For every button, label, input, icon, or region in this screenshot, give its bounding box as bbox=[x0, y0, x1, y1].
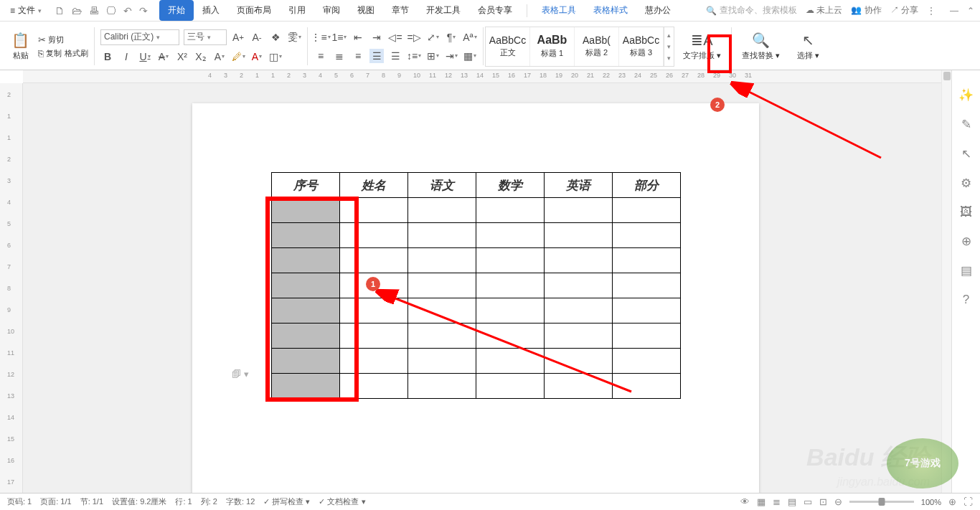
table-cell[interactable] bbox=[545, 374, 613, 399]
table-cell[interactable] bbox=[545, 248, 613, 273]
tab-pagelayout[interactable]: 页面布局 bbox=[228, 0, 280, 21]
table-cell[interactable] bbox=[408, 198, 476, 223]
table-cell[interactable] bbox=[340, 223, 408, 248]
table-cell[interactable] bbox=[545, 273, 613, 298]
settings-icon[interactable]: ⚙ bbox=[961, 176, 971, 191]
tab-section[interactable]: 章节 bbox=[383, 0, 418, 21]
clear-format-icon[interactable]: ❖ bbox=[268, 30, 283, 44]
coop-button[interactable]: 👥 协作 bbox=[851, 4, 881, 16]
help-icon[interactable]: ? bbox=[963, 293, 969, 307]
status-page[interactable]: 页面: 1/1 bbox=[40, 496, 71, 507]
table-cell[interactable] bbox=[476, 198, 545, 223]
text-effect-icon[interactable]: A bbox=[212, 49, 227, 64]
style-h2[interactable]: AaBb(标题 2 bbox=[575, 27, 619, 66]
increase-left-icon[interactable]: =▷ bbox=[407, 30, 421, 44]
underline-icon[interactable]: U bbox=[138, 49, 152, 64]
table-cell[interactable] bbox=[613, 248, 681, 273]
align-left-icon[interactable]: ≡ bbox=[314, 49, 328, 63]
status-words[interactable]: 字数: 12 bbox=[226, 496, 255, 507]
text-layout-button[interactable]: ≣A文字排版 ▾ bbox=[679, 30, 725, 62]
open-icon[interactable]: 🗁 bbox=[72, 5, 82, 16]
table-cell[interactable] bbox=[340, 273, 408, 298]
table-cell[interactable] bbox=[545, 223, 613, 248]
table-header[interactable]: 序号 bbox=[272, 173, 340, 198]
table-cell[interactable] bbox=[272, 374, 340, 399]
font-name-combo[interactable]: Calibri (正文)▾ bbox=[100, 29, 179, 45]
italic-icon[interactable]: I bbox=[119, 49, 133, 64]
tab-icon[interactable]: ⇥ bbox=[444, 49, 458, 63]
paste-button[interactable]: 📋粘贴 bbox=[7, 30, 34, 62]
style-h3[interactable]: AaBbCc标题 3 bbox=[619, 27, 664, 66]
align-dist-icon[interactable]: ☰ bbox=[388, 49, 402, 63]
undo-icon[interactable]: ↶ bbox=[123, 5, 132, 16]
view-outline-icon[interactable]: ▭ bbox=[804, 496, 812, 507]
tab-view[interactable]: 视图 bbox=[349, 0, 383, 21]
strike-icon[interactable]: A bbox=[156, 49, 171, 64]
table-cell[interactable] bbox=[476, 349, 545, 374]
table-header[interactable]: 语文 bbox=[408, 173, 476, 198]
table-cell[interactable] bbox=[408, 248, 476, 273]
style-h1[interactable]: AaBb标题 1 bbox=[530, 27, 575, 66]
rocket-icon[interactable]: ✨ bbox=[958, 88, 974, 103]
bold-icon[interactable]: B bbox=[100, 49, 115, 64]
align-center-icon[interactable]: ≣ bbox=[332, 49, 347, 63]
style-normal[interactable]: AaBbCc正文 bbox=[486, 27, 530, 66]
table-cell[interactable] bbox=[408, 223, 476, 248]
table-cell[interactable] bbox=[545, 349, 613, 374]
page[interactable]: 🗐 ▾ 序号姓名语文数学英语部分 bbox=[192, 103, 759, 493]
status-row[interactable]: 行: 1 bbox=[175, 496, 192, 507]
status-doccheck[interactable]: ✓ 文档检查 ▾ bbox=[319, 496, 365, 507]
table-header[interactable]: 部分 bbox=[613, 173, 681, 198]
table-cell[interactable] bbox=[408, 324, 476, 349]
cursor-icon[interactable]: ↖ bbox=[961, 146, 971, 161]
tab-insert[interactable]: 插入 bbox=[194, 0, 228, 21]
horizontal-ruler[interactable]: 4321123456789101112131415161718192021222… bbox=[23, 70, 980, 83]
decrease-left-icon[interactable]: ◁= bbox=[388, 30, 402, 44]
find-replace-button[interactable]: 🔍查找替换 ▾ bbox=[738, 30, 784, 62]
status-col[interactable]: 列: 2 bbox=[201, 496, 217, 507]
status-section[interactable]: 节: 1/1 bbox=[80, 496, 103, 507]
table-cell[interactable] bbox=[476, 248, 545, 273]
table-header[interactable]: 姓名 bbox=[340, 173, 408, 198]
zoom-slider[interactable] bbox=[849, 501, 914, 503]
table-cell[interactable] bbox=[272, 223, 340, 248]
minimize-icon[interactable]: — bbox=[950, 6, 958, 16]
search-box[interactable]: 🔍 查找命令、搜索模板 bbox=[706, 4, 797, 16]
style-expand[interactable]: ▴▾▾ bbox=[664, 27, 674, 66]
select-button[interactable]: ↖选择 ▾ bbox=[793, 30, 824, 62]
table-cell[interactable] bbox=[272, 349, 340, 374]
pen-icon[interactable]: ✎ bbox=[961, 117, 971, 132]
font-size-combo[interactable]: 三号▾ bbox=[184, 29, 227, 45]
phonetic-icon[interactable]: 雯 bbox=[287, 30, 301, 44]
table-cell[interactable] bbox=[476, 223, 545, 248]
increase-indent-icon[interactable]: ⇥ bbox=[369, 30, 384, 44]
table-cell[interactable] bbox=[613, 298, 681, 324]
borders-icon[interactable]: ⊞ bbox=[425, 49, 440, 63]
shrink-font-icon[interactable]: A- bbox=[250, 30, 264, 44]
redo-icon[interactable]: ↷ bbox=[139, 5, 148, 16]
vertical-ruler[interactable]: 211234567891011121314151617181920 bbox=[0, 83, 23, 493]
decrease-indent-icon[interactable]: ⇤ bbox=[351, 30, 365, 44]
status-spell[interactable]: ✓ 拼写检查 ▾ bbox=[263, 496, 310, 507]
cell-fill-icon[interactable]: ▦ bbox=[463, 49, 477, 63]
tab-table-styles[interactable]: 表格样式 bbox=[585, 0, 636, 21]
table-cell[interactable] bbox=[340, 374, 408, 399]
tab-hui[interactable]: 慧办公 bbox=[636, 0, 679, 21]
document-table[interactable]: 序号姓名语文数学英语部分 bbox=[271, 172, 681, 399]
location-icon[interactable]: ⊕ bbox=[961, 234, 971, 249]
table-cell[interactable] bbox=[613, 324, 681, 349]
line-spacing-icon[interactable]: ↕≡ bbox=[407, 49, 421, 63]
print-preview-icon[interactable]: 🖵 bbox=[106, 5, 116, 16]
table-cell[interactable] bbox=[272, 298, 340, 324]
view-read-icon[interactable]: ≣ bbox=[773, 496, 781, 507]
table-cell[interactable] bbox=[545, 298, 613, 324]
subscript-icon[interactable]: X₂ bbox=[194, 49, 208, 64]
table-cell[interactable] bbox=[340, 248, 408, 273]
align-right-icon[interactable]: ≡ bbox=[351, 49, 365, 63]
table-cell[interactable] bbox=[272, 273, 340, 298]
zoom-in-icon[interactable]: ⊕ bbox=[948, 496, 956, 507]
align-justify-icon[interactable]: ☰ bbox=[369, 49, 384, 63]
fit-icon[interactable]: ⛶ bbox=[963, 496, 973, 507]
image-icon[interactable]: 🖼 bbox=[960, 205, 972, 219]
cut-button[interactable]: ✂剪切 bbox=[38, 34, 88, 45]
